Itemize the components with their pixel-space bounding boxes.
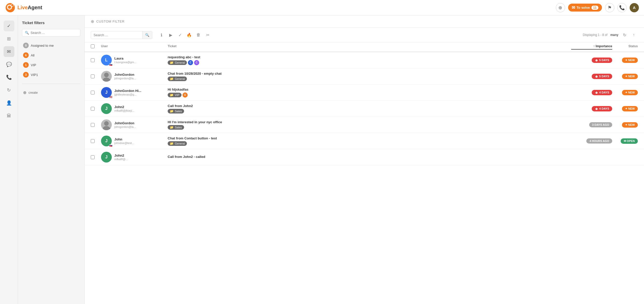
phone-button[interactable]: 📞 [617,3,627,12]
status-badge: ✉ OPEN [621,138,638,144]
filter-sidebar: Ticket filters 🔍 0 Assigned to me 6 All … [18,15,85,304]
ticket-subject: Call from John2 [168,104,571,108]
sidebar-item-contacts[interactable]: 👤 [4,98,14,108]
user-cell: J John2 mfkaflf@jfioeji... [101,103,168,114]
toolbar-more-btn[interactable]: ✂ [204,31,212,39]
sidebar-item-check[interactable]: ✓ [4,21,14,31]
user-info: John2 mfkaflf@... [114,154,128,161]
sidebar-item-phone[interactable]: 📞 [4,72,14,83]
svg-point-6 [104,121,109,126]
importance-cell: ⏰ 4 DAYS [571,106,612,111]
sidebar-item-grid[interactable]: ⊞ [4,33,14,44]
filter-search-box[interactable]: 🔍 [22,29,80,36]
sidebar-item-mail[interactable]: ✉ [4,46,14,57]
row-checkbox[interactable] [91,155,95,159]
ticket-search-box[interactable]: 🔍 [91,31,152,39]
filter-badge-assigned: 0 [23,43,29,48]
table-row[interactable]: J🇸🇰 John johndoe@test... Chat from Conta… [85,133,644,149]
filter-label-vip1: VIP1 [31,73,38,77]
svg-point-3 [11,4,14,6]
filter-item-all[interactable]: 6 All [22,50,80,60]
ticket-cell: Chat from Contact button - test 📁General [168,136,571,146]
toolbar-fire-btn[interactable]: 🔥 [185,31,193,39]
row-checkbox[interactable] [91,123,95,127]
table-row[interactable]: 🇺🇸 JohnGordon johngordon@la... HI I'm in… [85,117,644,133]
ticket-subject: HI I'm interested in your nyc office [168,120,571,124]
filter-item-vip1[interactable]: 3 VIP1 [22,70,80,80]
toolbar-forward-btn[interactable]: ▶ [167,31,175,39]
status-badge: ✦ NEW [622,122,638,128]
ticket-tags: 📁Sales [168,125,571,130]
flag-button[interactable]: ⚑ [605,3,614,12]
ticket-cell: requesting abc - test 📁General C C [168,55,571,65]
importance-badge: ⏰ 4 DAYS [592,90,612,95]
user-email: l.luongova@gm... [114,61,136,64]
status-cell: ✦ NEW [612,122,638,128]
status-cell: ✉ OPEN [612,138,638,144]
importance-cell: ⏰ 5 DAYS [571,74,612,79]
icon-sidebar: ✓ ⊞ ✉ 💬 📞 ↻ 👤 🏛 [0,15,18,304]
user-name: Laura [114,56,136,60]
importance-cell: 4 HOURS AGO [571,138,612,144]
table-row[interactable]: J John2 mfkaflf@jfioeji... Call from Joh… [85,101,644,117]
filter-item-assigned[interactable]: 0 Assigned to me [22,41,80,50]
custom-filter-label: CUSTOM FILTER [96,20,125,23]
toolbar-check-btn[interactable]: ✓ [176,31,184,39]
table-row[interactable]: J John2 mfkaflf@... Call from John2 - ca… [85,149,644,165]
filter-search-input[interactable] [31,31,77,35]
user-info: John2 mfkaflf@jfioeji... [114,105,134,112]
tag-general: 📁General [168,77,187,81]
importance-badge: ⏰ 5 DAYS [592,58,612,63]
tag-general: 📁General [168,60,187,65]
row-checkbox[interactable] [91,139,95,143]
header-importance: ↑ Importance [571,44,612,50]
ticket-subject: Chat from 10/28/2020 - empty chat [168,72,571,75]
status-cell: ✦ NEW [612,106,638,111]
header-status: Status [612,44,638,50]
tag-c1: C [188,60,193,65]
topnav: LiveAgent ⊕ ✉ To solve 11 ⚑ 📞 A [0,0,644,15]
user-cell: L🇸🇰 Laura l.luongova@gm... [101,55,168,65]
user-email: johndoe@test... [114,141,134,145]
status-cell: ✦ NEW [612,58,638,63]
add-button[interactable]: ⊕ [556,3,565,12]
importance-badge: 3 DAYS AGO [589,122,612,127]
user-avatar[interactable]: A [630,3,639,12]
row-checkbox[interactable] [91,91,95,94]
row-checkbox-cell [91,91,101,94]
user-email: mfkaflf@jfioeji... [114,109,134,112]
ticket-search-input[interactable] [91,31,142,39]
to-solve-count: 11 [591,6,598,10]
status-badge: ✦ NEW [622,90,638,95]
sidebar-item-refresh[interactable]: ↻ [4,85,14,96]
sort-btn[interactable]: ↑ [630,31,638,39]
filter-item-vip[interactable]: 1 VIP [22,60,80,70]
avatar: J🇺🇸 [101,87,112,98]
row-checkbox[interactable] [91,107,95,111]
toolbar-delete-btn[interactable]: 🗑 [194,31,203,39]
sidebar-item-chat[interactable]: 💬 [4,59,14,70]
table-row[interactable]: 🇺🇸 JohnGordon johngordon@la... Chat from… [85,68,644,84]
refresh-btn[interactable]: ↻ [620,31,629,39]
create-filter-item[interactable]: ⊕ create [22,88,80,97]
user-cell: J🇸🇰 John johndoe@test... [101,136,168,146]
displaying-text: Displaying 1 - 8 of many ↻ ↑ [583,31,638,39]
importance-badge: 4 HOURS AGO [586,138,612,144]
to-solve-button[interactable]: ✉ To solve 11 [568,4,602,12]
toolbar-info-btn[interactable]: ℹ [157,31,166,39]
status-cell: ✦ NEW [612,90,638,95]
logo: LiveAgent [5,3,42,13]
row-checkbox[interactable] [91,58,95,62]
ticket-search-button[interactable]: 🔍 [142,31,152,39]
row-checkbox-cell [91,155,101,159]
header-checkbox [91,44,101,50]
sidebar-item-reports[interactable]: 🏛 [4,110,14,121]
user-cell: 🇺🇸 JohnGordon johngordon@la... [101,119,168,130]
table-row[interactable]: L🇸🇰 Laura l.luongova@gm... requesting ab… [85,52,644,68]
select-all-checkbox[interactable] [91,44,95,48]
table-row[interactable]: J🇺🇸 JohnGordon Hi... jghilleytexas@g... … [85,84,644,101]
user-name: John2 [114,105,134,109]
row-checkbox[interactable] [91,74,95,78]
layout: ✓ ⊞ ✉ 💬 📞 ↻ 👤 🏛 Ticket filters 🔍 0 Assig… [0,15,644,304]
user-name: JohnGordon Hi... [114,89,141,93]
